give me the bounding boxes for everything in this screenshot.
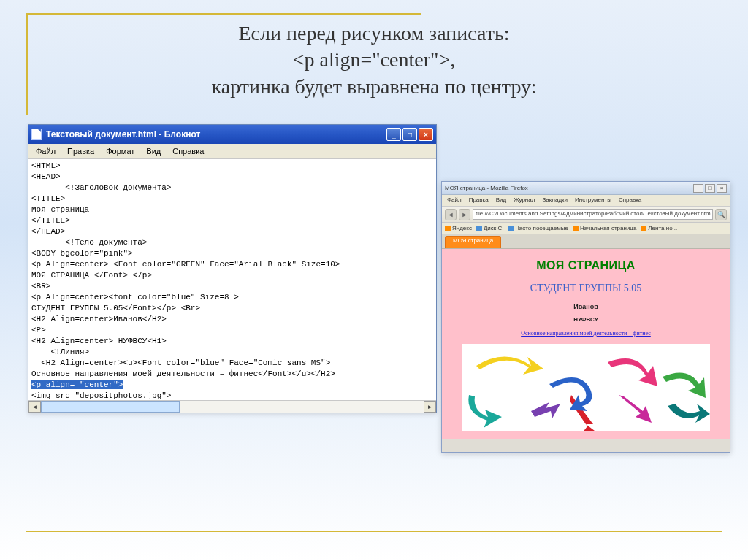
menu-item[interactable]: Журнал (510, 196, 538, 205)
page-link[interactable]: Основное направления моей деятельности –… (442, 330, 730, 337)
menu-item[interactable]: Файл (443, 196, 465, 205)
url-bar[interactable]: file:///C:/Documents and Settings/Админи… (473, 209, 713, 220)
arrows-illustration (462, 344, 710, 431)
scroll-thumb[interactable] (41, 401, 180, 413)
notepad-title-text: Текстовый документ.html - Блокнот (46, 129, 386, 139)
page-heading: НУФВСУ (442, 316, 730, 323)
bookmarks-bar: Яндекс Диск C: Часто посещаемые Начальна… (442, 223, 730, 234)
scroll-right-arrow-icon[interactable]: ► (424, 401, 436, 413)
bookmark-item[interactable]: Начальная страница (573, 225, 636, 231)
menu-item[interactable]: Формат (100, 145, 140, 157)
scroll-left-arrow-icon[interactable]: ◄ (28, 401, 41, 413)
bookmark-item[interactable]: Часто посещаемые (508, 225, 568, 231)
document-icon (31, 129, 42, 140)
minimize-button[interactable]: _ (386, 128, 401, 141)
bookmark-item[interactable]: Лента но... (641, 225, 677, 231)
menu-item[interactable]: Вид (492, 196, 510, 205)
close-button[interactable]: × (717, 184, 727, 193)
browser-window: МОЯ страница - Mozilla Firefox _ □ × Фай… (441, 181, 730, 453)
menu-item[interactable]: Закладки (538, 196, 571, 205)
forward-button[interactable]: ► (459, 209, 470, 220)
menu-item[interactable]: Файл (30, 145, 61, 157)
maximize-button[interactable]: □ (402, 128, 417, 141)
search-icon[interactable]: 🔍 (715, 209, 727, 220)
horizontal-scrollbar[interactable]: ◄ ► (28, 400, 436, 413)
browser-toolbar: ◄ ► file:///C:/Documents and Settings/Ад… (442, 207, 730, 223)
notepad-window: Текстовый документ.html - Блокнот _ □ × … (28, 124, 437, 413)
back-button[interactable]: ◄ (445, 209, 457, 220)
menu-item[interactable]: Правка (465, 196, 492, 205)
browser-page-content: МОЯ СТРАНИЦА СТУДЕНТ ГРУППЫ 5.05 Иванов … (442, 249, 730, 439)
browser-titlebar[interactable]: МОЯ страница - Mozilla Firefox _ □ × (442, 182, 730, 195)
menu-item[interactable]: Инструменты (571, 196, 615, 205)
minimize-button[interactable]: _ (693, 184, 703, 193)
browser-menubar: Файл Правка Вид Журнал Закладки Инструме… (442, 195, 730, 207)
menu-item[interactable]: Справка (167, 145, 210, 157)
slide-border-corner (26, 13, 421, 115)
browser-tab[interactable]: МОЯ страница (445, 236, 501, 248)
embedded-image (462, 344, 710, 431)
bookmark-item[interactable]: Яндекс (445, 225, 472, 231)
bookmark-item[interactable]: Диск C: (476, 225, 504, 231)
browser-tab-bar: МОЯ страница (442, 234, 730, 249)
page-heading: Иванов (442, 303, 730, 310)
menu-item[interactable]: Справка (615, 196, 645, 205)
slide-border-bottom (26, 531, 722, 532)
browser-title-text: МОЯ страница - Mozilla Firefox (445, 185, 693, 191)
page-title: МОЯ СТРАНИЦА (442, 259, 730, 272)
notepad-menubar: Файл Правка Формат Вид Справка (28, 144, 436, 159)
close-button[interactable]: × (419, 128, 433, 141)
maximize-button[interactable]: □ (705, 184, 715, 193)
menu-item[interactable]: Вид (140, 145, 167, 157)
notepad-text-area[interactable]: <HTML> <HEAD> <!Заголовок документа> <TI… (28, 159, 436, 400)
scroll-track[interactable] (41, 401, 424, 413)
notepad-titlebar[interactable]: Текстовый документ.html - Блокнот _ □ × (28, 125, 436, 144)
menu-item[interactable]: Правка (61, 145, 100, 157)
page-subtitle: СТУДЕНТ ГРУППЫ 5.05 (442, 283, 730, 294)
